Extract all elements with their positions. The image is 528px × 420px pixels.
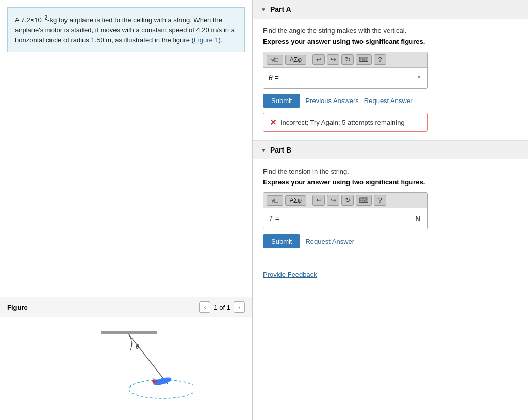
part-a-input-row: θ = ° (263, 68, 427, 88)
part-b-toolbar-row: √□ ΑΣφ ↩ ↪ ↻ ⌨ ? (263, 193, 427, 208)
svg-text:θ: θ (136, 343, 139, 350)
part-b-sqrt-btn[interactable]: √□ (267, 195, 283, 206)
incorrect-x-icon: ✕ (270, 117, 276, 127)
part-a-previous-answers-link[interactable]: Previous Answers (305, 97, 358, 105)
left-panel: A 7.2×10−2-kg toy airplane is tied to th… (0, 0, 253, 420)
part-b-unit: N (416, 215, 422, 223)
part-a-toolbar-row: √□ ΑΣφ ↩ ↪ ↻ ⌨ ? (263, 52, 427, 68)
part-b-keyboard-btn[interactable]: ⌨ (356, 195, 372, 206)
figure-nav: ‹ 1 of 1 › (199, 301, 245, 313)
part-b-alpha-btn[interactable]: ΑΣφ (285, 195, 306, 206)
figure-next-button[interactable]: › (234, 301, 245, 313)
figure-area: Figure ‹ 1 of 1 › θ (0, 297, 252, 420)
svg-line-1 (129, 334, 168, 384)
part-a-math-label: θ = (269, 74, 284, 82)
part-b-arrow: ▼ (261, 147, 266, 153)
incorrect-text: Incorrect; Try Again; 5 attempts remaini… (280, 119, 405, 126)
part-a-label: Part A (270, 5, 291, 13)
part-a-unit: ° (418, 74, 422, 82)
part-a-header: ▼ Part A (253, 0, 528, 19)
part-a-request-answer-link[interactable]: Request Answer (364, 97, 413, 105)
figure-svg: θ (59, 322, 193, 415)
part-a-submit-button[interactable]: Submit (263, 94, 300, 108)
right-panel: ▼ Part A Find the angle the string makes… (253, 0, 528, 420)
part-a-undo-btn[interactable]: ↩ (312, 54, 325, 65)
figure-header: Figure ‹ 1 of 1 › (0, 297, 252, 317)
part-b-request-answer-link[interactable]: Request Answer (305, 238, 354, 245)
part-a-toolbar: √□ ΑΣφ ↩ ↪ ↻ ⌨ ? θ = ° (263, 52, 428, 89)
part-a-section: ▼ Part A Find the angle the string makes… (253, 0, 528, 141)
part-b-section: ▼ Part B Find the tension in the string.… (253, 141, 528, 262)
part-b-math-label: T = (269, 214, 284, 223)
figure-prev-button[interactable]: ‹ (199, 301, 210, 313)
part-b-input-row: T = N (263, 208, 427, 229)
part-b-redo-btn[interactable]: ↪ (327, 195, 339, 206)
part-b-action-row: Submit Request Answer (263, 234, 518, 248)
part-a-help-btn[interactable]: ? (374, 54, 386, 65)
provide-feedback-link[interactable]: Provide Feedback (253, 262, 528, 287)
problem-statement: A 7.2×10−2-kg toy airplane is tied to th… (7, 7, 245, 52)
figure-link[interactable]: Figure 1 (194, 36, 219, 44)
part-a-redo-btn[interactable]: ↪ (327, 54, 339, 65)
part-a-incorrect-box: ✕ Incorrect; Try Again; 5 attempts remai… (263, 113, 428, 132)
part-b-content: Find the tension in the string. Express … (253, 159, 528, 262)
part-a-sqrt-btn[interactable]: √□ (267, 55, 283, 65)
part-b-express: Express your answer using two significan… (263, 178, 518, 186)
part-b-input[interactable] (288, 211, 411, 226)
figure-image: θ (0, 317, 252, 420)
part-a-question: Find the angle the string makes with the… (263, 27, 518, 35)
part-b-question: Find the tension in the string. (263, 167, 518, 175)
part-b-header: ▼ Part B (253, 141, 528, 159)
part-a-alpha-btn[interactable]: ΑΣφ (285, 55, 306, 65)
part-b-label: Part B (270, 146, 291, 154)
part-a-input[interactable] (288, 71, 414, 85)
part-a-refresh-btn[interactable]: ↻ (341, 54, 354, 65)
part-b-toolbar: √□ ΑΣφ ↩ ↪ ↻ ⌨ ? T = N (263, 192, 428, 229)
figure-title: Figure (7, 304, 28, 311)
part-a-express: Express your answer using two significan… (263, 38, 518, 45)
part-b-submit-button[interactable]: Submit (263, 234, 300, 248)
part-b-undo-btn[interactable]: ↩ (312, 195, 325, 206)
part-a-arrow: ▼ (261, 7, 266, 12)
part-a-action-row: Submit Previous Answers Request Answer (263, 94, 518, 108)
part-a-content: Find the angle the string makes with the… (253, 19, 528, 140)
figure-page-indicator: 1 of 1 (213, 304, 230, 311)
svg-rect-0 (101, 331, 157, 334)
part-b-refresh-btn[interactable]: ↻ (341, 195, 354, 206)
part-a-keyboard-btn[interactable]: ⌨ (356, 54, 372, 65)
part-b-help-btn[interactable]: ? (374, 195, 386, 206)
